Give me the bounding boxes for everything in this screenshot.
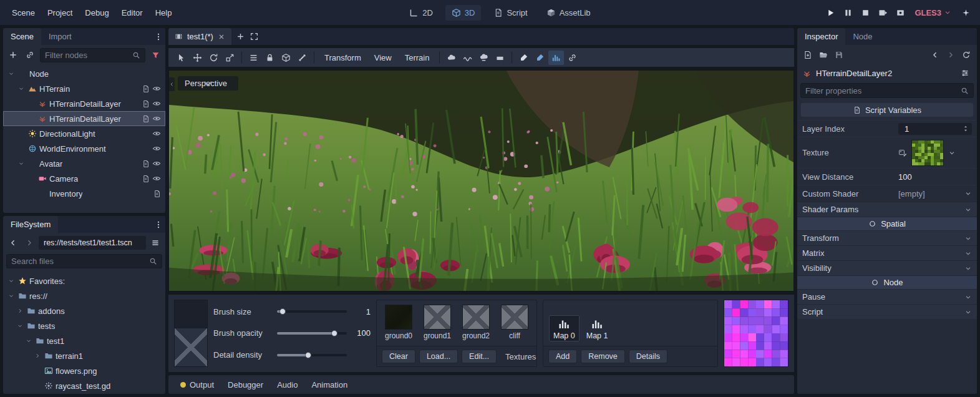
tree-node-node[interactable]: undefinedNode: [3, 66, 165, 81]
history-back-icon[interactable]: [928, 48, 942, 62]
attached-script-icon[interactable]: [142, 100, 150, 108]
visibility-eye-icon[interactable]: [152, 114, 161, 123]
history-forward-icon[interactable]: [944, 48, 958, 62]
split-mode-icon[interactable]: [148, 236, 162, 250]
detail-map-0[interactable]: Map 0: [549, 315, 580, 341]
group-node-tool[interactable]: [278, 51, 294, 65]
visibility-eye-icon[interactable]: [152, 174, 161, 183]
tree-node-worldenvironment[interactable]: WorldEnvironment: [3, 141, 165, 156]
fs-item-flowers-png[interactable]: flowers.png: [3, 363, 165, 378]
play-custom-button[interactable]: [892, 4, 908, 21]
load-resource-icon[interactable]: [817, 48, 830, 62]
texture-editor[interactable]: [898, 140, 972, 166]
texture-slot-cliff[interactable]: cliff: [498, 305, 531, 340]
perspective-menu[interactable]: Perspective: [178, 76, 238, 91]
workspace-assetlib[interactable]: AssetLib: [540, 5, 597, 21]
filter-nodes-input[interactable]: [45, 51, 129, 60]
tab-node[interactable]: Node: [845, 28, 880, 45]
workspace-script[interactable]: Script: [487, 5, 533, 21]
filter-icon[interactable]: [148, 48, 162, 62]
play-button[interactable]: [822, 4, 838, 21]
attached-script-icon[interactable]: [142, 160, 150, 168]
video-driver-select[interactable]: GLES3: [910, 6, 956, 20]
fold-pause[interactable]: Pause: [797, 289, 977, 304]
fs-item-test1[interactable]: test1: [3, 333, 165, 348]
tree-down-arrow-icon[interactable]: [17, 86, 26, 92]
tree-node-directionallight[interactable]: DirectionalLight: [3, 126, 165, 141]
tree-node-hterraindetaillayer[interactable]: HTerrainDetailLayer: [3, 96, 165, 111]
play-scene-button[interactable]: [875, 4, 891, 21]
bottom-panel-debugger[interactable]: Debugger: [221, 378, 269, 392]
terrain-flatten-tool[interactable]: [492, 51, 508, 65]
terrain-color-tool[interactable]: [532, 51, 548, 65]
lock-node-tool[interactable]: [262, 51, 278, 65]
tree-node-hterrain[interactable]: HTerrain: [3, 81, 165, 96]
visibility-eye-icon[interactable]: [152, 144, 161, 153]
tab-filesystem[interactable]: FileSystem: [3, 216, 58, 233]
history-back-button[interactable]: [6, 236, 20, 250]
clear-button[interactable]: Clear: [382, 350, 415, 363]
brush-size-slider[interactable]: [277, 310, 347, 313]
scale-tool[interactable]: [222, 51, 238, 65]
terrain-holes-tool[interactable]: [565, 51, 580, 65]
move-tool[interactable]: [190, 51, 205, 65]
history-icon[interactable]: [959, 48, 973, 62]
edit-button[interactable]: Edit...: [462, 350, 497, 363]
close-icon[interactable]: [218, 33, 225, 41]
detail-map-1[interactable]: Map 1: [582, 315, 613, 341]
texture-slot-ground0[interactable]: ground0: [382, 305, 415, 340]
dock-menu-icon[interactable]: [152, 218, 165, 232]
bottom-panel-animation[interactable]: Animation: [305, 378, 354, 392]
visibility-eye-icon[interactable]: [152, 129, 161, 138]
detail-density-slider[interactable]: [277, 354, 347, 356]
select-tool[interactable]: [173, 51, 189, 65]
menu-scene[interactable]: Scene: [6, 5, 41, 21]
bottom-panel-output[interactable]: Output: [174, 378, 220, 392]
remove-button[interactable]: Remove: [581, 350, 625, 363]
viewport-grip-icon[interactable]: [169, 77, 175, 91]
tree-down-arrow-icon[interactable]: [16, 323, 24, 329]
fs-item-raycast-test-gd[interactable]: raycast_test.gd: [3, 378, 165, 393]
dock-menu-icon[interactable]: [152, 30, 165, 44]
menu-help[interactable]: Help: [150, 5, 178, 21]
terrain-paint-tool[interactable]: [516, 51, 531, 65]
fs-item-terrain1[interactable]: terrain1: [3, 348, 165, 363]
fold-transform[interactable]: Transform: [797, 230, 977, 245]
fs-item-addons[interactable]: addons: [3, 303, 165, 318]
new-resource-icon[interactable]: [801, 48, 815, 62]
attached-script-icon[interactable]: [153, 190, 161, 198]
attached-script-icon[interactable]: [142, 115, 150, 123]
fs-item-tests[interactable]: tests: [3, 318, 165, 333]
tree-down-arrow-icon[interactable]: [7, 71, 16, 77]
spinner-icon[interactable]: [962, 125, 969, 132]
workspace-2d[interactable]: 2D: [403, 5, 439, 21]
fold-visibility[interactable]: Visibility: [797, 260, 977, 275]
tab-inspector[interactable]: Inspector: [797, 28, 845, 45]
slider-knob[interactable]: [331, 330, 337, 336]
add-node-button[interactable]: [6, 48, 20, 62]
tree-right-arrow-icon[interactable]: [33, 353, 42, 359]
brush-opacity-slider[interactable]: [277, 332, 347, 335]
slider-knob[interactable]: [279, 308, 286, 315]
menu-terrain[interactable]: Terrain: [399, 51, 436, 64]
skeleton-tool[interactable]: [294, 51, 310, 65]
object-tools-icon[interactable]: [958, 66, 972, 80]
bottom-panel-audio[interactable]: Audio: [271, 378, 304, 392]
slider-knob[interactable]: [305, 352, 311, 358]
tree-right-arrow-icon[interactable]: [16, 308, 24, 314]
menu-view[interactable]: View: [368, 51, 398, 64]
attached-script-icon[interactable]: [142, 85, 150, 93]
terrain-raise-tool[interactable]: [444, 51, 459, 65]
new-scene-tab-button[interactable]: [234, 30, 248, 44]
tree-down-arrow-icon[interactable]: [24, 338, 33, 344]
tree-down-arrow-icon[interactable]: [7, 278, 16, 284]
brush-shape-preview[interactable]: [174, 300, 208, 367]
texture-slot-ground2[interactable]: ground2: [460, 305, 492, 340]
menu-debug[interactable]: Debug: [79, 5, 114, 21]
menu-editor[interactable]: Editor: [116, 5, 148, 21]
tree-node-avatar[interactable]: undefinedAvatar: [3, 156, 165, 171]
fold-matrix[interactable]: Matrix: [797, 245, 977, 260]
attached-script-icon[interactable]: [142, 175, 150, 183]
workspace-3d[interactable]: 3D: [445, 5, 482, 21]
fold-script[interactable]: Script: [797, 304, 977, 319]
